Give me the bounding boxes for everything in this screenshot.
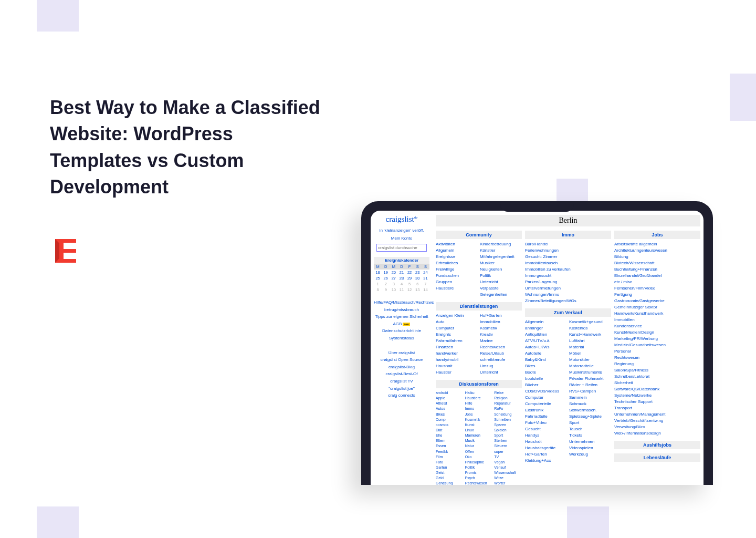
forum-link[interactable]: Vegan	[494, 460, 522, 465]
forum-link[interactable]: Haiku	[465, 390, 493, 396]
forum-link[interactable]: Film	[436, 454, 464, 460]
category-link[interactable]: Computer	[525, 395, 567, 401]
category-link[interactable]: Bikes	[525, 363, 567, 369]
category-link[interactable]: Allgemein	[525, 319, 567, 325]
calendar-day[interactable]: 29	[406, 275, 414, 281]
category-link[interactable]: Arbeitskräfte allgemein	[614, 241, 700, 247]
forum-link[interactable]: Foto	[436, 460, 464, 465]
category-link[interactable]: Material	[569, 344, 611, 350]
calendar-day[interactable]: 18	[374, 270, 382, 275]
sidebar-link[interactable]: craigslist Open Source	[374, 356, 429, 364]
category-link[interactable]: Unternehmen	[569, 439, 611, 445]
forum-link[interactable]: Verlauf	[494, 465, 522, 470]
category-link[interactable]: Immobilientausch	[525, 260, 611, 266]
forum-link[interactable]: Haustiere	[465, 396, 493, 401]
category-link[interactable]: Kunst/Medien/Design	[614, 329, 700, 336]
forum-link[interactable]: Philosophie	[465, 460, 493, 465]
calendar-day[interactable]: 11	[397, 287, 405, 293]
category-link[interactable]: Transport	[614, 405, 700, 411]
category-link[interactable]: Anzeigen Klein	[436, 313, 478, 319]
sidebar-link[interactable]: craigslist-Best-Of	[374, 370, 429, 378]
forum-link[interactable]: Genesung	[436, 481, 464, 485]
category-link[interactable]: Auto	[436, 319, 478, 325]
sidebar-link[interactable]: Über craigslist	[374, 349, 429, 357]
forum-link[interactable]: Psych	[465, 475, 493, 481]
category-link[interactable]: Ereignisse	[436, 254, 478, 260]
forum-link[interactable]: Kosmetik	[465, 417, 493, 422]
category-link[interactable]: Kreativ	[480, 332, 522, 338]
category-link[interactable]: Schreiben/Lektorat	[614, 374, 700, 380]
category-link[interactable]: Allgemein	[436, 247, 478, 254]
category-link[interactable]: Immobilien	[614, 317, 700, 323]
forum-link[interactable]: Rechtswesen	[465, 481, 493, 485]
category-link[interactable]: Mitfahrgelegenheit	[480, 254, 522, 260]
section-community[interactable]: Community	[436, 231, 522, 239]
sidebar-link[interactable]: "craigslist joe"	[374, 385, 429, 392]
calendar-day[interactable]: 24	[422, 270, 429, 275]
category-link[interactable]: Biotech/Wissenschaft	[614, 260, 700, 266]
calendar-day[interactable]: 3	[390, 281, 397, 287]
category-link[interactable]: Vertrieb/Geschäftsentw.ng	[614, 418, 700, 424]
category-link[interactable]: Finanzen	[436, 344, 478, 350]
category-link[interactable]: Regierung	[614, 361, 700, 367]
category-link[interactable]: Umzug	[480, 363, 522, 369]
category-link[interactable]: Autoteile	[525, 350, 567, 357]
category-link[interactable]: Luftfahrt	[569, 338, 611, 344]
section-services[interactable]: Dienstleistungen	[436, 302, 522, 311]
category-link[interactable]: Gruppen	[436, 279, 478, 285]
category-link[interactable]: Handwerk/Kunsthandwerk	[614, 311, 700, 317]
calendar-day[interactable]: 20	[390, 270, 397, 275]
category-link[interactable]: bootsteile	[525, 376, 567, 382]
category-link[interactable]: Künstler	[480, 247, 522, 254]
category-link[interactable]: Verwaltung/Büro	[614, 424, 700, 430]
sidebar-link[interactable]: Systemstatus	[374, 335, 429, 342]
forum-link[interactable]: Offen	[465, 449, 493, 454]
forum-link[interactable]: Steuern	[494, 443, 522, 449]
category-link[interactable]: Parken/Lagerung	[525, 279, 611, 285]
forum-link[interactable]: Wörter	[494, 481, 522, 485]
calendar-day[interactable]: 30	[414, 275, 422, 281]
category-link[interactable]: Hof+Garten	[525, 451, 567, 458]
category-link[interactable]: Kinderbetreuung	[480, 241, 522, 247]
cl-account-link[interactable]: Mein Konto	[374, 236, 429, 241]
cl-post-link[interactable]: in 'kleinanzeigen' veröff.	[374, 228, 429, 233]
category-link[interactable]: Verpasste	[480, 285, 522, 292]
category-link[interactable]: Boote	[525, 369, 567, 376]
category-link[interactable]: Sport	[569, 420, 611, 426]
category-link[interactable]: Kostenlos	[569, 325, 611, 332]
forum-link[interactable]: Sport	[494, 433, 522, 438]
category-link[interactable]: Web-/Informationsdesign	[614, 430, 700, 437]
category-link[interactable]: Ferienwohnungen	[525, 247, 611, 254]
calendar-day[interactable]: 9	[382, 287, 390, 293]
forum-link[interactable]: Kunst	[465, 422, 493, 428]
calendar-day[interactable]: 8	[374, 287, 382, 293]
forum-link[interactable]: Wissenschaft	[494, 470, 522, 475]
category-link[interactable]: Kosmetik+gesund	[569, 319, 611, 325]
category-link[interactable]: Haushalt	[436, 363, 478, 369]
category-link[interactable]: Gelegenheiten	[480, 292, 522, 298]
forum-link[interactable]: Sterben	[494, 438, 522, 443]
calendar-day[interactable]: 26	[382, 275, 390, 281]
category-link[interactable]: Foto+Video	[525, 420, 567, 426]
calendar-day[interactable]: 27	[390, 275, 397, 281]
category-link[interactable]: Bildung	[614, 254, 700, 260]
sidebar-link[interactable]: Datenschutzrichtlinie	[374, 327, 429, 335]
forum-link[interactable]: Geist	[436, 470, 464, 475]
category-link[interactable]: anhänger	[525, 325, 567, 332]
forum-link[interactable]: Atheist	[436, 401, 464, 406]
section-jobs[interactable]: Jobs	[614, 231, 700, 239]
forum-link[interactable]: Diät	[436, 428, 464, 433]
category-link[interactable]: Fahrradteile	[525, 413, 567, 420]
category-link[interactable]: Privater Flohmarkt	[569, 376, 611, 382]
category-link[interactable]: Aktivitäten	[436, 241, 478, 247]
category-link[interactable]: Gastronomie/Gastgewerbe	[614, 298, 700, 304]
category-link[interactable]: Fundsachen	[436, 273, 478, 279]
category-link[interactable]: Computerteile	[525, 401, 567, 407]
category-link[interactable]: Freiwillige	[436, 266, 478, 273]
calendar-day[interactable]: 5	[406, 281, 414, 287]
forum-link[interactable]: Manieren	[465, 433, 493, 438]
category-link[interactable]: Marine	[480, 338, 522, 344]
category-link[interactable]: etc / misc	[614, 279, 700, 285]
category-link[interactable]: Haustier	[436, 369, 478, 376]
forum-link[interactable]: Feedbk	[436, 449, 464, 454]
